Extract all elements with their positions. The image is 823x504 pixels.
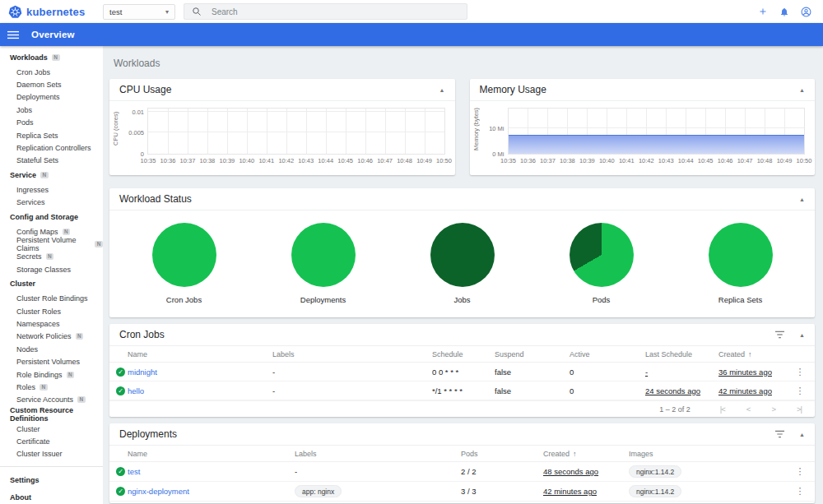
sidebar-item-storage-classes[interactable]: Storage Classes <box>0 263 103 275</box>
sidebar-group-custom-resource-definitions[interactable]: Custom Resource Definitions <box>0 406 103 423</box>
sidebar-item-replica-sets[interactable]: Replica Sets <box>0 129 103 141</box>
sidebar-item-nodes[interactable]: Nodes <box>0 343 103 355</box>
sidebar-item-daemon-sets[interactable]: Daemon Sets <box>0 78 103 90</box>
column-header-label: Created <box>718 350 745 358</box>
column-header-images[interactable]: Images <box>629 450 785 458</box>
sidebar-item-namespaces[interactable]: Namespaces <box>0 317 103 330</box>
search-input[interactable] <box>210 7 459 17</box>
sidebar-item-services[interactable]: Services <box>0 197 103 209</box>
resource-link[interactable]: hello <box>128 386 144 395</box>
sidebar-item-cron-jobs[interactable]: Cron Jobs <box>0 66 103 78</box>
collapse-icon[interactable]: ▲ <box>799 332 805 338</box>
collapse-icon[interactable]: ▲ <box>799 87 805 93</box>
column-header-name[interactable]: Name <box>128 450 295 458</box>
collapse-icon[interactable]: ▲ <box>799 432 805 437</box>
column-header-pods[interactable]: Pods <box>461 450 543 458</box>
memory-usage-card: Memory Usage ▲ Memory (bytes)0 Mi10 Mi10… <box>470 79 816 175</box>
user-profile-icon[interactable] <box>795 7 816 17</box>
resource-link[interactable]: test <box>128 467 140 476</box>
table-cell: 0 <box>570 368 645 377</box>
kubernetes-logo[interactable]: kubernetes <box>0 5 103 19</box>
sidebar-item-persistent-volumes[interactable]: Persistent Volumes <box>0 355 103 368</box>
x-tick-label: 10:36 <box>160 157 176 164</box>
last-page-button[interactable]: >| <box>797 405 802 414</box>
table-cell: false <box>495 368 570 377</box>
x-tick-label: 10:50 <box>436 157 452 164</box>
sidebar-item-pods[interactable]: Pods <box>0 117 103 129</box>
table-cell: 42 minutes ago <box>718 386 785 395</box>
sidebar-item-stateful-sets[interactable]: Stateful Sets <box>0 155 103 167</box>
column-header-label: Last Schedule <box>645 350 692 358</box>
column-header-created[interactable]: Created↑ <box>718 350 785 358</box>
hamburger-menu-icon[interactable] <box>7 30 19 39</box>
sidebar-group-workloads[interactable]: WorkloadsN <box>0 49 103 66</box>
sidebar-item-service-accounts[interactable]: Service AccountsN <box>0 394 103 406</box>
create-resource-button[interactable] <box>752 7 774 16</box>
sidebar-item-network-policies[interactable]: Network PoliciesN <box>0 331 103 343</box>
column-header-suspend[interactable]: Suspend <box>495 350 570 358</box>
x-tick-label: 10:48 <box>397 157 412 164</box>
sidebar-item-settings[interactable]: Settings <box>0 471 103 488</box>
resource-link[interactable]: nginx-deployment <box>128 487 189 496</box>
sidebar-item-persistent-volume-claims[interactable]: Persistent Volume ClaimsN <box>0 238 103 250</box>
column-header-label: Labels <box>272 350 295 358</box>
cell-value: 36 minutes ago <box>718 368 772 377</box>
table-cell: - <box>295 467 461 476</box>
notifications-bell-icon[interactable] <box>774 7 795 17</box>
gridline <box>385 109 386 154</box>
kubernetes-dashboard: kubernetes test ▾ <box>0 0 823 504</box>
sidebar-item-cluster-roles[interactable]: Cluster Roles <box>0 305 103 317</box>
gridline <box>148 132 444 132</box>
first-page-button[interactable]: |< <box>720 405 725 414</box>
search-bar[interactable] <box>184 3 467 20</box>
column-header-last-schedule[interactable]: Last Schedule <box>645 350 718 358</box>
sidebar-item-label: Settings <box>10 476 40 484</box>
sidebar-group-cluster[interactable]: Cluster <box>0 275 103 292</box>
sidebar-item-cluster-role-bindings[interactable]: Cluster Role Bindings <box>0 292 103 304</box>
column-header-labels[interactable]: Labels <box>295 450 461 458</box>
row-actions-menu-button[interactable]: ⋮ <box>793 386 808 396</box>
sidebar-group-config-and-storage[interactable]: Config and Storage <box>0 209 103 225</box>
namespace-selector[interactable]: test ▾ <box>103 4 175 20</box>
sidebar-item-label: Jobs <box>16 106 32 114</box>
status-success-icon: ✓ <box>116 368 125 377</box>
sidebar-item-label: Roles <box>16 383 35 391</box>
column-header-name[interactable]: Name <box>128 350 272 358</box>
sort-ascending-icon: ↑ <box>573 450 577 458</box>
resource-link[interactable]: midnight <box>128 368 157 377</box>
column-header-active[interactable]: Active <box>570 350 645 358</box>
sidebar-item-ingresses[interactable]: Ingresses <box>0 183 103 196</box>
previous-page-button[interactable]: < <box>746 405 751 414</box>
sidebar-item-role-bindings[interactable]: Role BindingsN <box>0 368 103 381</box>
next-page-button[interactable]: > <box>771 405 775 414</box>
card-title: CPU Usage <box>119 84 439 95</box>
column-header-schedule[interactable]: Schedule <box>432 350 495 358</box>
sidebar-item-jobs[interactable]: Jobs <box>0 104 103 116</box>
sidebar-item-roles[interactable]: RolesN <box>0 381 103 393</box>
collapse-icon[interactable]: ▲ <box>799 197 805 202</box>
sidebar-item-replication-controllers[interactable]: Replication Controllers <box>0 141 103 154</box>
x-tick-label: 10:36 <box>520 157 536 164</box>
sidebar-item-about[interactable]: About <box>0 488 103 504</box>
column-header-labels[interactable]: Labels <box>272 350 432 358</box>
sidebar-item-cluster-issuer[interactable]: Cluster Issuer <box>0 448 103 460</box>
new-items-badge: N <box>95 241 103 247</box>
column-header-created[interactable]: Created↑ <box>543 450 629 458</box>
sidebar-group-service[interactable]: ServiceN <box>0 167 103 183</box>
card-title: Workload Status <box>119 193 799 205</box>
sidebar-group-label: Custom Resource Definitions <box>10 406 103 423</box>
sidebar-item-label: Cron Jobs <box>16 68 50 76</box>
row-actions-menu-button[interactable]: ⋮ <box>793 466 808 477</box>
gridline <box>247 109 248 154</box>
collapse-icon[interactable]: ▲ <box>439 87 445 93</box>
row-actions-menu-button[interactable]: ⋮ <box>793 486 808 497</box>
sidebar-item-deployments[interactable]: Deployments <box>0 91 103 104</box>
usage-charts-row: CPU Usage ▲ CPU (cores)00.0050.0110:3510… <box>109 79 815 175</box>
sidebar-item-cluster[interactable]: Cluster <box>0 423 103 435</box>
row-actions-menu-button[interactable]: ⋮ <box>793 367 808 377</box>
filter-icon[interactable] <box>775 430 784 438</box>
gridline <box>267 109 267 154</box>
sidebar-item-certificate[interactable]: Certificate <box>0 435 103 447</box>
sidebar-item-label: Namespaces <box>16 320 60 328</box>
filter-icon[interactable] <box>775 331 784 339</box>
